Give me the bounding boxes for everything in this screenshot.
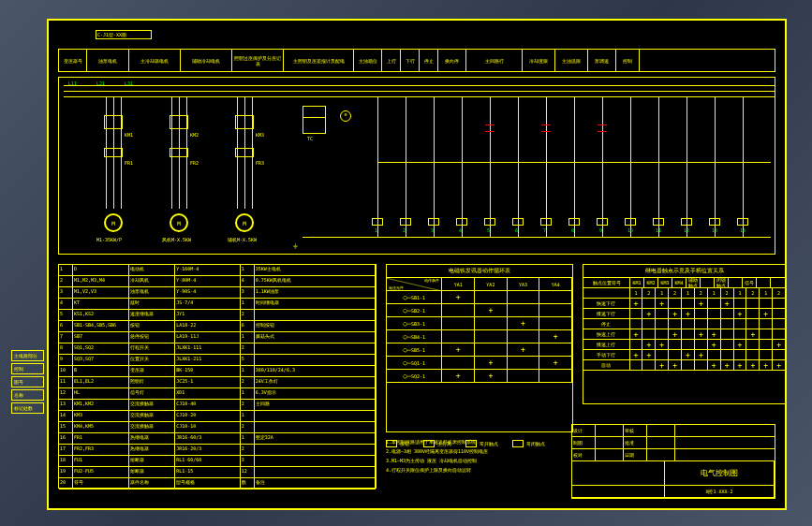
- contact: [485, 124, 495, 132]
- wire-ctrl: [687, 96, 687, 237]
- logic-row: ○— SB2-1+: [387, 304, 572, 317]
- legend-item: 常开触点: [465, 440, 498, 447]
- contact: [598, 124, 607, 132]
- header-cell: 控制: [616, 50, 640, 71]
- logic-row: ○— SB5-1++: [387, 343, 572, 357]
- schematic-area: L11 L21 L31 KM1 KM2 KM3 FR1 FR2 FR3 M M …: [58, 77, 775, 255]
- logic-row: ○— SB3-1+: [387, 317, 572, 330]
- header-row: 变压器号油泵电机主冷却器电机辅助冷却电机照明过压保护及分压记表主照明及压差报计及…: [58, 49, 775, 72]
- label-l21: L21: [96, 80, 105, 86]
- motor-m3: M: [235, 213, 254, 232]
- logic-row: ○— SQ2-1++: [387, 370, 572, 383]
- contactor-km1: [104, 115, 123, 129]
- note-line: 4.行程开关限位保护上限及换向自动运转: [386, 466, 573, 475]
- parts-row: 11EL1,EL2照明灯JC25-1224V工作灯: [59, 377, 376, 388]
- wire-ctrl: [546, 96, 547, 237]
- motor-label-3: 辅机M-X.5KW: [228, 237, 257, 242]
- coil: [625, 218, 636, 226]
- drawing-title-box: C-J1型-XX图: [96, 30, 152, 39]
- status-row: 停止: [583, 319, 786, 329]
- logic-table-title: 电磁铁发讯器动作循环表: [387, 265, 572, 278]
- wire-l2: [64, 91, 775, 92]
- parts-row: 1D电动机Y-160M-4135KW主电机: [59, 265, 376, 276]
- status-table-title: 继电器触点示意及手柄位置关系: [583, 265, 786, 278]
- header-cell: 泵调速: [588, 50, 616, 71]
- parts-list-table: 1D电动机Y-160M-4135KW主电机2M1,M2,M3,M4冷却风机Y-8…: [58, 264, 376, 489]
- parts-row: 15KM4,KM5交流接触器CJ10-102: [59, 422, 376, 433]
- status-row: 自动++++++++: [583, 360, 786, 371]
- side-label: 图号: [11, 376, 44, 387]
- wire-ctrl: [715, 96, 716, 237]
- wire-ctrl: [406, 96, 406, 237]
- parts-row: 7SB7急停按钮LA19-11J1蘑菇头式: [59, 332, 376, 343]
- parts-row: 6SB1-SB4,SB5,SB6按钮LA18-226控制按钮: [59, 321, 376, 332]
- header-cell: 换向停: [438, 50, 466, 71]
- parts-row: 3M1,V2,V3油泵电机Y-90S-431.1KW油泵: [59, 287, 376, 299]
- coil: [597, 218, 608, 226]
- status-row: 快速下行++++: [583, 299, 786, 309]
- contact: [541, 124, 551, 132]
- parts-row: 18FU1熔断器RL1-60/603: [59, 456, 376, 467]
- parts-row: 20符号器件名称型号规格数备注: [59, 478, 376, 489]
- side-label: 控制: [11, 363, 44, 374]
- header-cell: 下行: [401, 50, 420, 71]
- coil: [484, 218, 495, 226]
- header-cell: 冷却度限: [523, 50, 555, 71]
- header-cell: 辅助冷却电机: [181, 50, 232, 71]
- wire-neutral: [303, 237, 771, 238]
- legend-item: 按钮: [386, 440, 409, 447]
- parts-row: 5KS1,KS2速度继电器JY12: [59, 310, 376, 321]
- legend: 按钮主分离常开触点常闭触点: [386, 440, 545, 447]
- coil: [456, 218, 467, 226]
- transformer: [303, 106, 326, 134]
- ground-icon: ⏚: [293, 241, 298, 250]
- titleblock-row: 校对日期: [572, 449, 775, 461]
- wire-ctrl: [434, 96, 435, 237]
- coil: [540, 218, 552, 226]
- coil: [709, 218, 720, 226]
- status-subheader: 121212121212: [583, 288, 786, 299]
- label-l31: L31: [125, 80, 133, 86]
- parts-row: 8SQ1,SQ2行程开关JLXK1-1112: [59, 343, 376, 355]
- logic-row: ○— SB1-1+: [387, 291, 572, 304]
- wire-ctrl: [462, 96, 463, 237]
- wire-ctrl: [630, 96, 631, 237]
- parts-row: 14KM3交流接触器CJ10-201: [59, 411, 376, 422]
- parts-row: 2M1,M2,M3,M4冷却风机Y-80M-440.75KW风机电机: [59, 276, 376, 287]
- drawing-number: X控1-XXX-2: [665, 486, 775, 497]
- coil: [568, 218, 580, 226]
- coil: [737, 218, 748, 226]
- parts-row: 10B变压器BK-1501380/110/24/6.3: [59, 366, 376, 377]
- coil: [400, 218, 411, 226]
- status-row: 快速上行+++++: [583, 329, 786, 340]
- thermal-fr3: [235, 148, 254, 157]
- thermal-fr1: [104, 148, 123, 157]
- coil: [372, 218, 383, 226]
- project-name: 电气控制图: [665, 461, 775, 485]
- coil: [681, 218, 692, 226]
- parts-row: 19FU2-FU5熔断器RL1-1512: [59, 467, 376, 478]
- wire-ctrl: [574, 96, 575, 237]
- wire-ctrl: [518, 96, 519, 237]
- logic-row: ○— SB4-1+: [387, 330, 572, 343]
- lamp-icon: ⊗: [340, 110, 351, 122]
- wire-ctrl: [658, 96, 659, 237]
- coil: [512, 218, 524, 226]
- status-row: 慢速上行+++++: [583, 340, 786, 350]
- coil: [653, 218, 664, 226]
- motor-m2: M: [170, 213, 188, 232]
- motor-m1: M: [104, 213, 123, 232]
- coil: [428, 218, 439, 226]
- contactor-km3: [235, 115, 254, 129]
- wire-mid: [377, 162, 771, 163]
- parts-row: 12HL信号灯XD116.3V指示: [59, 388, 376, 400]
- parts-row: 4KT延时JS-7/41时间继电器: [59, 299, 376, 310]
- wire-ctrl: [490, 96, 491, 237]
- side-labels: 主电路部分控制图号名称标记处数: [11, 348, 44, 416]
- header-cell: 照明过压保护及分压记表: [232, 50, 284, 71]
- wire-ctrl: [602, 96, 603, 237]
- header-cell: 变压器号: [59, 50, 87, 71]
- logic-row: ○— SQ1-1++: [387, 357, 572, 370]
- motor-label-1: M1-35KW/P: [96, 237, 122, 242]
- titleblock-row: 设计审核: [572, 425, 775, 437]
